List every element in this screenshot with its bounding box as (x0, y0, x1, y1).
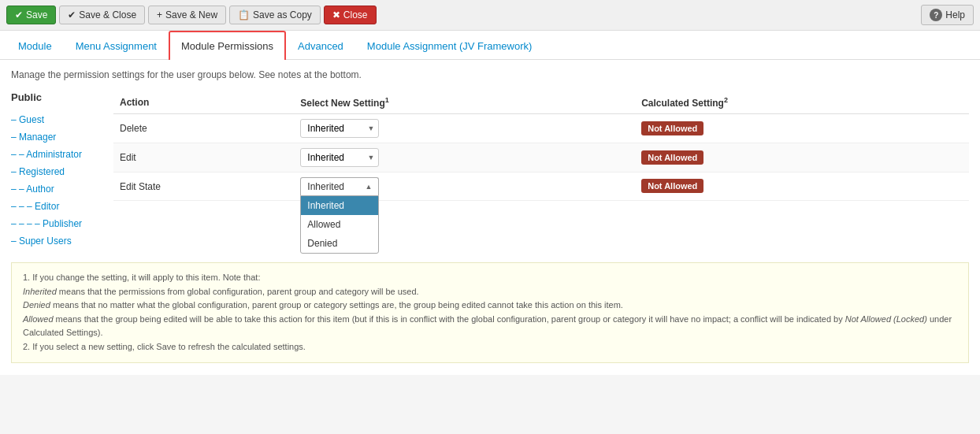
setting-edit: Inherited Allowed Denied (294, 143, 635, 172)
group-item-publisher[interactable]: – – – – Publisher (11, 215, 106, 232)
col-action-header: Action (113, 91, 294, 114)
action-edit: Edit (113, 143, 294, 172)
save-new-icon: + (157, 9, 162, 20)
action-editstate: Edit State (113, 172, 294, 201)
group-item-registered[interactable]: – Registered (11, 163, 106, 180)
dropdown-field-editstate[interactable]: Inherited ▲ (300, 177, 379, 195)
setting-editstate: Inherited ▲ Inherited Allowed Denied (294, 172, 635, 201)
chevron-up-icon: ▲ (365, 183, 372, 191)
tab-menu-assignment[interactable]: Menu Assignment (64, 32, 169, 60)
note1-allowed-desc: means that the group being edited will b… (54, 314, 845, 324)
save-copy-icon: 📋 (238, 9, 250, 20)
notes-section: 1. If you change the setting, it will ap… (11, 262, 969, 363)
save-close-button[interactable]: ✔ Save & Close (59, 6, 145, 24)
group-item-editor[interactable]: – – – Editor (11, 198, 106, 215)
note2: 2. If you select a new setting, click Sa… (23, 340, 957, 354)
note1-not-allowed-locked-term: Not Allowed (Locked) (845, 314, 927, 324)
page-description: Manage the permission settings for the u… (11, 69, 969, 80)
note1-denied: Denied means that no matter what the glo… (23, 299, 957, 313)
badge-not-allowed-editstate: Not Allowed (641, 179, 703, 193)
tabs-bar: Module Menu Assignment Module Permission… (0, 31, 980, 60)
save-close-icon: ✔ (68, 9, 76, 20)
group-item-author[interactable]: – – Author (11, 180, 106, 198)
table-row: Delete Inherited Allowed Denied (113, 114, 969, 143)
dropdown-list-editstate: Inherited Allowed Denied (300, 195, 379, 254)
note1-denied-term: Denied (23, 300, 50, 310)
note1-denied-desc: means that no matter what the global con… (50, 300, 623, 310)
save-close-label: Save & Close (79, 9, 136, 20)
note1-inherited-desc: means that the permissions from global c… (57, 287, 419, 296)
save-copy-button[interactable]: 📋 Save as Copy (229, 6, 321, 24)
select-delete[interactable]: Inherited Allowed Denied (300, 119, 379, 138)
note1-allowed-term: Allowed (23, 314, 54, 324)
dropdown-current-value: Inherited (307, 181, 344, 192)
groups-header: Public (11, 91, 106, 103)
help-label: Help (945, 9, 965, 20)
permissions-table-area: Action Select New Setting1 Calculated Se… (113, 91, 969, 250)
note1-inherited-term: Inherited (23, 287, 57, 296)
dropdown-open-container: Inherited ▲ Inherited Allowed Denied (300, 177, 629, 195)
permissions-container: Public – Guest – Manager – – Administrat… (11, 91, 969, 250)
calculated-delete: Not Allowed (635, 114, 969, 143)
save-new-label: Save & New (165, 9, 217, 20)
note1-line1: 1. If you change the setting, it will ap… (23, 271, 957, 285)
select-wrapper-edit: Inherited Allowed Denied (300, 148, 379, 167)
toolbar-left: ✔ Save ✔ Save & Close + Save & New 📋 Sav… (6, 6, 377, 24)
permissions-table: Action Select New Setting1 Calculated Se… (113, 91, 969, 201)
col-setting-header: Select New Setting1 (294, 91, 635, 114)
close-button[interactable]: ✖ Close (324, 6, 377, 24)
tab-advanced[interactable]: Advanced (286, 32, 355, 60)
tab-module-assignment-jv[interactable]: Module Assignment (JV Framework) (355, 32, 544, 60)
dropdown-option-denied[interactable]: Denied (301, 234, 378, 253)
group-item-manager[interactable]: – Manager (11, 128, 106, 146)
help-icon: ? (930, 9, 942, 21)
save-new-button[interactable]: + Save & New (148, 6, 226, 24)
note1-allowed: Allowed means that the group being edite… (23, 313, 957, 340)
help-button[interactable]: ? Help (921, 5, 974, 25)
toolbar: ✔ Save ✔ Save & Close + Save & New 📋 Sav… (0, 0, 980, 31)
table-row: Edit State Inherited ▲ Inherited Allowed (113, 172, 969, 201)
select-wrapper-delete: Inherited Allowed Denied (300, 119, 379, 138)
save-copy-label: Save as Copy (253, 9, 312, 20)
toolbar-right: ? Help (921, 5, 974, 25)
save-label: Save (26, 9, 47, 20)
group-item-guest[interactable]: – Guest (11, 111, 106, 128)
groups-panel: Public – Guest – Manager – – Administrat… (11, 91, 113, 250)
note1-inherited: Inherited means that the permissions fro… (23, 285, 957, 299)
col-calculated-header: Calculated Setting2 (635, 91, 969, 114)
dropdown-option-allowed[interactable]: Allowed (301, 215, 378, 234)
action-delete: Delete (113, 114, 294, 143)
content-area: Manage the permission settings for the u… (0, 60, 980, 375)
table-row: Edit Inherited Allowed Denied (113, 143, 969, 172)
save-icon: ✔ (15, 9, 23, 20)
calculated-editstate: Not Allowed (635, 172, 969, 201)
badge-not-allowed-delete: Not Allowed (641, 121, 703, 135)
tab-module-permissions[interactable]: Module Permissions (169, 31, 286, 60)
close-label: Close (343, 9, 368, 20)
close-icon: ✖ (332, 9, 340, 20)
setting-delete: Inherited Allowed Denied (294, 114, 635, 143)
save-button[interactable]: ✔ Save (6, 6, 56, 24)
tab-module[interactable]: Module (6, 32, 64, 60)
group-item-superusers[interactable]: – Super Users (11, 232, 106, 250)
group-item-administrator[interactable]: – – Administrator (11, 146, 106, 163)
calculated-edit: Not Allowed (635, 143, 969, 172)
badge-not-allowed-edit: Not Allowed (641, 150, 703, 165)
select-edit[interactable]: Inherited Allowed Denied (300, 148, 379, 167)
dropdown-option-inherited[interactable]: Inherited (301, 196, 378, 215)
